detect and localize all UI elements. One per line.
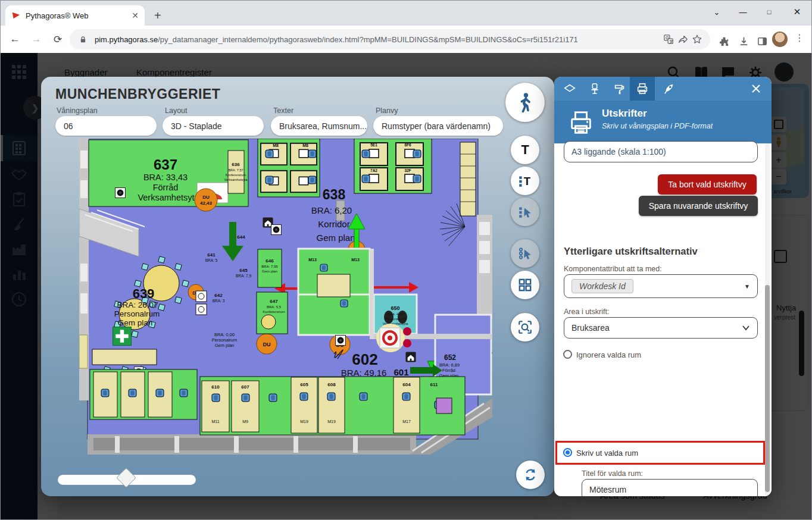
title-for-rooms-input[interactable] <box>582 479 758 496</box>
svg-text:611: 611 <box>430 382 438 387</box>
lock-icon <box>76 32 90 46</box>
room-646[interactable]: 646 BRA: 7,95 Gem plan <box>258 249 282 287</box>
svg-text:BRA: 7,95: BRA: 7,95 <box>261 265 278 268</box>
select-layout[interactable]: 3D - Staplade <box>163 116 264 136</box>
svg-text:652: 652 <box>444 353 456 362</box>
tab-furniture-chair-icon[interactable] <box>582 77 607 101</box>
svg-text:Förråd: Förråd <box>153 183 179 192</box>
svg-text:T: T <box>524 175 531 187</box>
reload-button[interactable]: ⟳ <box>51 32 65 46</box>
svg-text:Gem plan: Gem plan <box>262 270 277 273</box>
radio-print-selected-label[interactable]: Skriv ut valda rum <box>576 449 638 458</box>
bottom-office-band[interactable]: 610 607 605 608 604 611 M11 M9 M19 M19 M… <box>200 377 465 435</box>
reset-rotation-button[interactable] <box>516 461 545 489</box>
component-text-button[interactable]: T <box>511 167 539 195</box>
profile-avatar[interactable] <box>772 32 788 47</box>
back-button[interactable]: ← <box>8 32 22 46</box>
room-647[interactable]: 647 BRA: 5,5 Konferensrum <box>257 292 288 334</box>
walk-mode-button[interactable] <box>505 83 545 122</box>
camera-icon <box>115 187 125 198</box>
share-icon[interactable] <box>676 32 690 46</box>
svg-text:Verksamhetsyta: Verksamhetsyta <box>224 178 248 181</box>
radio-print-selected[interactable] <box>563 448 572 457</box>
window-minimize-button[interactable]: — <box>734 4 752 20</box>
svg-text:M11: M11 <box>211 419 219 424</box>
radio-ignore-selected[interactable] <box>563 350 572 359</box>
download-icon[interactable] <box>736 34 751 48</box>
paper-format-select[interactable]: A3 liggande (skala 1:100) <box>564 141 758 162</box>
attr-chip[interactable]: Workdesk Id <box>571 279 633 293</box>
svg-text:M8: M8 <box>273 143 279 148</box>
url-bar[interactable]: pim.pythagoras.se /py_datamanager_intern… <box>70 29 710 49</box>
tab-paint-icon[interactable] <box>607 77 632 101</box>
svg-text:Korridor: Korridor <box>318 219 349 229</box>
panel-scrollbar-thumb[interactable] <box>765 285 770 492</box>
tab-title: Pythagoras® Web <box>26 11 132 20</box>
workstation-block-b[interactable]: 5E1 6F6 7A2 32F <box>354 139 432 193</box>
save-printview-button[interactable]: Spara nuvarande utskriftvy <box>639 196 758 216</box>
text-labels-button[interactable]: T <box>511 136 539 164</box>
section-heading: Ytterligare utskriftsalternativ <box>564 246 698 257</box>
svg-text:M19: M19 <box>327 419 336 424</box>
svg-text:T: T <box>521 142 529 157</box>
area-select[interactable]: Bruksarea <box>564 317 758 339</box>
printer-icon <box>567 109 595 136</box>
select-planvy[interactable]: Rumstyper (bara värdenamn) <box>373 116 503 136</box>
field-label-planvy: Planvy <box>376 106 398 115</box>
floorplan-canvas[interactable]: 637 BRA: 33,43 Förråd Verksamhetsyta 636… <box>79 139 492 455</box>
select-texter[interactable]: Bruksarea, Rumsnum... <box>271 116 367 136</box>
forward-button[interactable]: → <box>29 32 43 46</box>
browser-titlebar: Pythagoras® Web ✕ + ⌄ — □ ✕ <box>1 1 811 26</box>
building-title: MUNCHENBRYGGERIET <box>55 86 220 102</box>
select-rooms-button-disabled[interactable] <box>511 239 539 268</box>
tab-close-icon[interactable]: ✕ <box>132 11 139 20</box>
extensions-puzzle-icon[interactable] <box>717 34 731 48</box>
svg-text:BRA: 5: BRA: 5 <box>205 258 218 262</box>
component-attr-select[interactable]: Workdesk Id ▼ <box>564 274 758 298</box>
tab-search-icon[interactable]: ⌄ <box>708 4 726 20</box>
svg-text:M13: M13 <box>351 258 360 262</box>
side-panel-icon[interactable] <box>755 34 769 48</box>
browser-window: Pythagoras® Web ✕ + ⌄ — □ ✕ ← → ⟳ pim.py… <box>0 0 812 520</box>
field-label-layout: Layout <box>165 106 188 115</box>
svg-text:M19: M19 <box>300 419 308 424</box>
room-600[interactable]: BRA: 0,00 Personalrum Gem plan <box>212 332 238 348</box>
select-components-button-disabled[interactable] <box>511 198 539 226</box>
svg-text:610: 610 <box>211 384 220 390</box>
select-vaningsplan[interactable]: 06 <box>55 116 157 136</box>
delete-printview-button[interactable]: Ta bort vald utskriftvy <box>658 174 757 195</box>
window-close-button[interactable]: ✕ <box>788 4 806 20</box>
svg-text:Konferensrum: Konferensrum <box>263 310 285 314</box>
workstation-block-a[interactable]: M8 M8 <box>258 139 320 197</box>
area-label: Area i utskrift: <box>564 308 609 316</box>
svg-text:BRA: 49,16: BRA: 49,16 <box>341 368 387 378</box>
tab-rocket-icon[interactable] <box>657 77 682 101</box>
svg-text:M17: M17 <box>402 419 411 424</box>
room-637[interactable]: 637 BRA: 33,43 Förråd Verksamhetsyta <box>89 140 248 206</box>
layout-grid-button[interactable] <box>511 271 539 299</box>
svg-text:Personalrum: Personalrum <box>212 337 238 343</box>
bookmark-star-icon[interactable] <box>690 32 704 46</box>
caret-down-icon: ▼ <box>744 283 750 290</box>
svg-text:M8: M8 <box>302 143 308 148</box>
svg-text:7A2: 7A2 <box>370 168 377 173</box>
svg-text:637: 637 <box>154 156 177 173</box>
svg-text:DU: DU <box>263 342 271 347</box>
svg-text:Konferensrum: Konferensrum <box>226 173 246 177</box>
browser-menu-kebab-icon[interactable]: ⋮ <box>795 32 804 43</box>
new-tab-button[interactable]: + <box>154 9 161 23</box>
svg-text:BRA: 7,9: BRA: 7,9 <box>236 274 251 278</box>
panel-title: Utskrifter <box>602 108 647 120</box>
translate-icon[interactable]: G文 <box>661 32 676 46</box>
panel-close-icon[interactable] <box>744 77 769 101</box>
svg-text:647: 647 <box>270 299 278 304</box>
browser-tab[interactable]: Pythagoras® Web ✕ <box>5 5 145 26</box>
print-panel: Utskrifter Skriv ut våningsplan i PDF-fo… <box>554 77 772 496</box>
window-maximize-button[interactable]: □ <box>760 4 778 20</box>
svg-text:644: 644 <box>237 234 245 240</box>
radio-ignore-label[interactable]: Ignorera valda rum <box>576 350 641 359</box>
tab-plan-diamond-icon[interactable] <box>557 77 582 101</box>
panel-scrollbar[interactable] <box>765 143 770 496</box>
zoom-to-selection-button[interactable] <box>511 313 539 342</box>
tab-print-icon-selected[interactable] <box>630 77 655 101</box>
